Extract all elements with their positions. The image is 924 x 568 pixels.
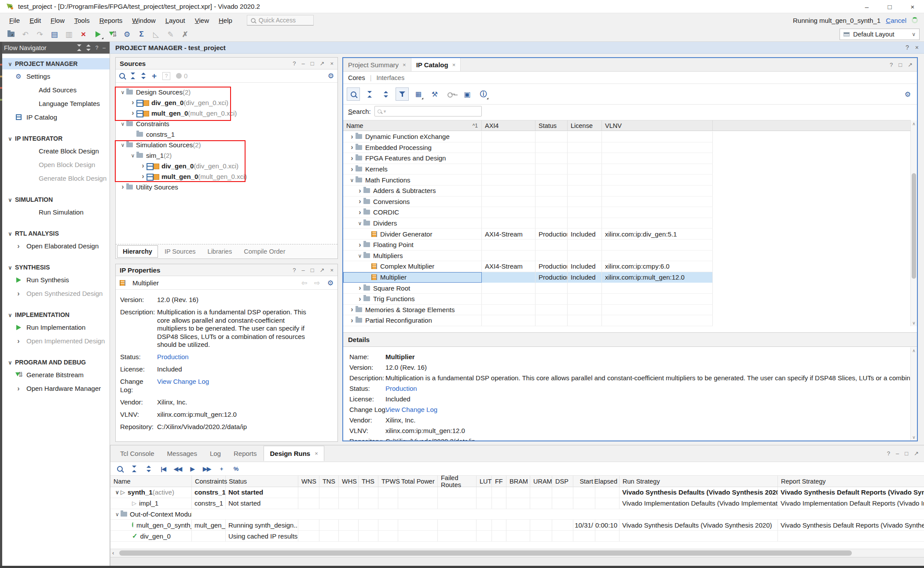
quick-access-search[interactable]: Quick Access [247, 15, 314, 25]
tree-arrow-icon[interactable] [139, 162, 147, 170]
maximize-button[interactable]: □ [878, 0, 901, 13]
catalog-search-input[interactable]: ▾ [374, 106, 482, 117]
maximize-panel-icon[interactable]: □ [905, 450, 908, 457]
help-icon[interactable]: ? [906, 44, 909, 51]
design-run-row[interactable]: ✓ div_gen_0 Using cached IP results [110, 531, 924, 542]
catalog-tree-row[interactable]: Multipliers [343, 251, 713, 262]
catalog-tree-row[interactable]: Dynamic Function eXchange [343, 131, 713, 142]
minimize-panel-icon[interactable]: – [896, 450, 899, 457]
catalog-tree-row[interactable]: Kernels [343, 164, 713, 175]
settings-gear-icon[interactable]: ⚙ [328, 72, 334, 80]
design-runs-column[interactable]: BRAM [506, 476, 530, 487]
tree-arrow-icon[interactable] [348, 317, 356, 324]
sources-tree-row[interactable]: constrs_1 [116, 129, 337, 139]
bottom-tab[interactable]: Log [204, 446, 227, 461]
help-badge-icon[interactable]: ? [162, 72, 170, 80]
collapse-all-icon[interactable] [77, 44, 82, 51]
menu-item[interactable]: Layout [161, 15, 190, 26]
sources-view-tab[interactable]: Hierarchy [117, 245, 158, 258]
tree-arrow-icon[interactable] [114, 489, 121, 495]
cancel-run-link[interactable]: Cancel [886, 17, 906, 24]
maximize-panel-icon[interactable]: □ [311, 60, 314, 67]
close-tab-icon[interactable]: × [452, 62, 456, 68]
flow-navigator-row[interactable]: Open Synthesized Design [0, 287, 110, 300]
sources-tree-row[interactable]: Design Sources (2) [116, 87, 337, 97]
tree-arrow-icon[interactable] [356, 197, 363, 205]
menu-item[interactable]: Help [214, 15, 237, 26]
flow-navigator-row[interactable]: Generate Bitstream [0, 368, 110, 382]
design-runs-column[interactable]: WNS [298, 476, 319, 487]
design-runs-column[interactable]: Run Strategy [620, 476, 778, 487]
design-run-row[interactable]: ▷ synth_1 (active) constrs_1 Not started… [110, 487, 924, 498]
column-license[interactable]: License [568, 120, 602, 131]
minimize-panel-icon[interactable]: – [301, 267, 304, 273]
design-runs-column[interactable]: Elapsed [595, 476, 620, 487]
design-run-row[interactable]: ▷ impl_1 constrs_1 Not started Vivado Im… [110, 498, 924, 509]
float-panel-icon[interactable]: ↗ [908, 62, 913, 68]
column-vlnv[interactable]: VLNV [602, 120, 713, 131]
catalog-tree-row[interactable]: Multiplier Production Included xilinx.co… [343, 272, 713, 283]
flow-navigator-row[interactable]: SYNTHESIS [0, 262, 110, 273]
back-arrow-icon[interactable]: ⇦ [301, 279, 307, 287]
flow-navigator-row[interactable]: IMPLEMENTATION [0, 309, 110, 320]
tree-arrow-icon[interactable] [119, 183, 126, 191]
flow-navigator-row[interactable]: Open Hardware Manager [0, 382, 110, 395]
catalog-tree-row[interactable]: Divider Generator AXI4-Stream Production… [343, 229, 713, 240]
design-runs-column[interactable]: Status [226, 476, 298, 487]
design-runs-column[interactable]: FF [492, 476, 506, 487]
flow-navigator-row[interactable]: PROJECT MANAGER [0, 58, 110, 69]
maximize-panel-icon[interactable]: □ [311, 267, 314, 273]
add-sources-icon[interactable]: + [152, 71, 157, 81]
tree-arrow-icon[interactable] [119, 142, 126, 148]
catalog-tree-row[interactable]: Square Root [343, 283, 713, 294]
catalog-tree-row[interactable]: Dividers [343, 218, 713, 229]
design-runs-column[interactable]: TPWS [378, 476, 398, 487]
tree-arrow-icon[interactable] [356, 241, 363, 249]
minimize-button[interactable]: – [855, 0, 878, 13]
tree-arrow-icon[interactable] [348, 165, 356, 173]
scrollbar-thumb[interactable] [119, 550, 852, 556]
flow-navigator-row[interactable]: IP INTEGRATOR [0, 133, 110, 144]
catalog-tree-row[interactable]: Conversions [343, 197, 713, 208]
settings-gear-icon[interactable]: ⚙ [327, 279, 334, 287]
help-icon[interactable]: ? [95, 45, 99, 51]
tree-arrow-icon[interactable] [139, 172, 147, 180]
tree-arrow-icon[interactable] [348, 306, 356, 313]
tree-arrow-icon[interactable] [356, 208, 363, 216]
float-panel-icon[interactable]: ↗ [914, 450, 919, 457]
expand-all-icon[interactable] [141, 73, 146, 79]
minimize-panel-icon[interactable]: – [301, 60, 304, 67]
sources-tree-row[interactable]: div_gen_0 (div_gen_0.xci) [116, 160, 337, 171]
column-status[interactable]: Status [535, 120, 568, 131]
catalog-tree-row[interactable]: Math Functions [343, 175, 713, 186]
menu-item[interactable]: Tools [70, 15, 95, 26]
bottom-tab[interactable]: Tcl Console [114, 446, 160, 461]
float-panel-icon[interactable]: ↗ [320, 267, 325, 273]
flow-navigator-row[interactable]: SIMULATION [0, 194, 110, 205]
help-icon[interactable]: ? [293, 267, 296, 273]
catalog-tree-row[interactable]: Partial Reconfiguration [343, 315, 713, 326]
sources-view-tab[interactable]: Compile Order [238, 246, 290, 257]
bottom-tab[interactable]: Reports [228, 446, 263, 461]
flow-navigator-row[interactable]: IP Catalog [0, 110, 110, 124]
details-scrollbar[interactable]: ∧ ∨ [910, 347, 917, 441]
close-panel-icon[interactable]: × [330, 60, 334, 67]
settings-gear-icon[interactable]: ⚙ [905, 90, 911, 98]
tree-arrow-icon[interactable] [119, 120, 126, 127]
tree-arrow-icon[interactable] [129, 152, 136, 159]
tree-arrow-icon[interactable] [356, 187, 363, 195]
flow-navigator-row[interactable]: Create Block Design [0, 144, 110, 158]
design-runs-column[interactable]: Start [573, 476, 595, 487]
tree-arrow-icon[interactable] [356, 220, 363, 226]
tree-arrow-icon[interactable] [348, 177, 356, 183]
sources-tree-row[interactable]: mult_gen_0 (mult_gen_0.xci) [116, 108, 337, 118]
flow-navigator-row[interactable]: Open Implemented Design [0, 334, 110, 348]
tree-arrow-icon[interactable] [356, 252, 363, 259]
sources-tree-row[interactable]: div_gen_0 (div_gen_0.xci) [116, 97, 337, 108]
design-runs-column[interactable]: URAM [530, 476, 552, 487]
sources-tree-row[interactable]: Simulation Sources (2) [116, 139, 337, 150]
sources-tree-row[interactable]: Utility Sources [116, 182, 337, 192]
close-icon[interactable]: × [915, 44, 919, 51]
tree-arrow-icon[interactable] [348, 154, 356, 162]
tree-arrow-icon[interactable] [114, 511, 121, 517]
